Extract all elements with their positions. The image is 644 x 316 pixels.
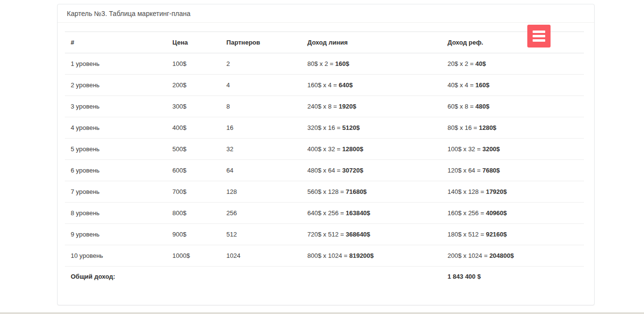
- ref-income-total: 1280$: [479, 124, 496, 131]
- line-income-total: 368640$: [346, 231, 370, 238]
- header-line-income: Доход линия: [302, 32, 442, 53]
- total-value: 1 843 400 $: [442, 267, 584, 287]
- line-income-total: 640$: [339, 81, 353, 89]
- price-cell: 900$: [167, 224, 220, 245]
- ref-income-total: 17920$: [486, 188, 506, 195]
- level-cell: 6 уровень: [65, 160, 167, 181]
- price-cell: 600$: [167, 160, 220, 181]
- partners-cell: 4: [221, 75, 302, 96]
- line-income-total: 1920$: [339, 103, 356, 110]
- table-row: 2 уровень 200$ 4 160$ x 4 = 640$ 40$ x 4…: [65, 75, 584, 96]
- partners-cell: 512: [221, 224, 302, 245]
- footer-divider: [0, 313, 644, 314]
- ref-income-cell: 80$ x 16 = 1280$: [442, 117, 584, 139]
- ref-income-expression: 40$ x 4 =: [447, 81, 475, 89]
- price-cell: 500$: [167, 139, 220, 160]
- hamburger-bar: [533, 39, 545, 42]
- ref-income-cell: 20$ x 2 = 40$: [442, 53, 584, 75]
- partners-cell: 8: [221, 96, 302, 117]
- ref-income-total: 204800$: [490, 252, 514, 259]
- price-cell: 800$: [167, 203, 220, 224]
- card-body: # Цена Партнеров Доход линия Доход реф. …: [58, 23, 594, 287]
- line-income-total: 5120$: [342, 124, 360, 131]
- price-cell: 1000$: [167, 245, 220, 267]
- line-income-expression: 240$ x 8 =: [307, 103, 339, 110]
- ref-income-cell: 200$ x 1024 = 204800$: [442, 245, 584, 267]
- line-income-cell: 560$ x 128 = 71680$: [302, 181, 442, 203]
- ref-income-expression: 140$ x 128 =: [447, 188, 486, 195]
- line-income-expression: 720$ x 512 =: [307, 231, 346, 238]
- line-income-total: 163840$: [346, 209, 370, 217]
- card-title: Картель №3. Таблица маркетинг-плана: [67, 10, 190, 17]
- line-income-cell: 160$ x 4 = 640$: [302, 75, 442, 96]
- ref-income-cell: 40$ x 4 = 160$: [442, 75, 584, 96]
- ref-income-expression: 180$ x 512 =: [447, 231, 486, 238]
- table-row: 5 уровень 500$ 32 400$ x 32 = 12800$ 100…: [65, 139, 584, 160]
- line-income-expression: 400$ x 32 =: [307, 145, 342, 153]
- partners-cell: 128: [221, 181, 302, 203]
- ref-income-total: 160$: [475, 81, 490, 89]
- total-spacer-cell: [221, 267, 302, 287]
- line-income-expression: 80$ x 2 =: [307, 60, 335, 67]
- table-row: 9 уровень 900$ 512 720$ x 512 = 368640$ …: [65, 224, 584, 245]
- ref-income-total: 480$: [475, 103, 490, 110]
- partners-cell: 256: [221, 203, 302, 224]
- hamburger-icon: [533, 31, 545, 42]
- line-income-cell: 640$ x 256 = 163840$: [302, 203, 442, 224]
- line-income-expression: 800$ x 1024 =: [307, 252, 349, 259]
- partners-cell: 1024: [221, 245, 302, 267]
- table-row: 3 уровень 300$ 8 240$ x 8 = 1920$ 60$ x …: [65, 96, 584, 117]
- level-cell: 1 уровень: [65, 53, 167, 75]
- ref-income-cell: 60$ x 8 = 480$: [442, 96, 584, 117]
- line-income-cell: 240$ x 8 = 1920$: [302, 96, 442, 117]
- table-row: 10 уровень 1000$ 1024 800$ x 1024 = 8192…: [65, 245, 584, 267]
- ref-income-total: 3200$: [482, 145, 500, 153]
- line-income-cell: 320$ x 16 = 5120$: [302, 117, 442, 139]
- header-num: #: [65, 32, 167, 53]
- line-income-total: 160$: [335, 60, 349, 67]
- ref-income-expression: 80$ x 16 =: [447, 124, 479, 131]
- total-label: Общий доход:: [65, 267, 167, 287]
- line-income-cell: 800$ x 1024 = 819200$: [302, 245, 442, 267]
- ref-income-total: 40$: [475, 60, 486, 67]
- line-income-total: 30720$: [342, 167, 363, 174]
- level-cell: 2 уровень: [65, 75, 167, 96]
- partners-cell: 2: [221, 53, 302, 75]
- header-price: Цена: [167, 32, 220, 53]
- ref-income-expression: 120$ x 64 =: [447, 167, 482, 174]
- level-cell: 9 уровень: [65, 224, 167, 245]
- line-income-total: 71680$: [346, 188, 367, 195]
- header-partners: Партнеров: [221, 32, 302, 53]
- line-income-expression: 560$ x 128 =: [307, 188, 346, 195]
- ref-income-cell: 120$ x 64 = 7680$: [442, 160, 584, 181]
- hamburger-bar: [533, 31, 545, 33]
- partners-cell: 16: [221, 117, 302, 139]
- card-header: Картель №3. Таблица маркетинг-плана: [58, 4, 594, 23]
- total-row: Общий доход: 1 843 400 $: [65, 267, 584, 287]
- price-cell: 200$: [167, 75, 220, 96]
- partners-cell: 64: [221, 160, 302, 181]
- line-income-expression: 640$ x 256 =: [307, 209, 346, 217]
- ref-income-expression: 60$ x 8 =: [447, 103, 475, 110]
- line-income-expression: 320$ x 16 =: [307, 124, 342, 131]
- line-income-cell: 400$ x 32 = 12800$: [302, 139, 442, 160]
- ref-income-cell: 100$ x 32 = 3200$: [442, 139, 584, 160]
- level-cell: 5 уровень: [65, 139, 167, 160]
- ref-income-total: 92160$: [486, 231, 506, 238]
- price-cell: 700$: [167, 181, 220, 203]
- line-income-expression: 480$ x 64 =: [307, 167, 342, 174]
- level-cell: 7 уровень: [65, 181, 167, 203]
- total-spacer-cell: [302, 267, 442, 287]
- ref-income-cell: 160$ x 256 = 40960$: [442, 203, 584, 224]
- ref-income-total: 40960$: [486, 209, 506, 217]
- table-body: 1 уровень 100$ 2 80$ x 2 = 160$ 20$ x 2 …: [65, 53, 584, 267]
- level-cell: 10 уровень: [65, 245, 167, 267]
- price-cell: 400$: [167, 117, 220, 139]
- hamburger-bar: [533, 35, 545, 37]
- table-row: 7 уровень 700$ 128 560$ x 128 = 71680$ 1…: [65, 181, 584, 203]
- menu-button[interactable]: [527, 25, 551, 47]
- table-row: 4 уровень 400$ 16 320$ x 16 = 5120$ 80$ …: [65, 117, 584, 139]
- level-cell: 3 уровень: [65, 96, 167, 117]
- price-cell: 100$: [167, 53, 220, 75]
- line-income-total: 819200$: [349, 252, 374, 259]
